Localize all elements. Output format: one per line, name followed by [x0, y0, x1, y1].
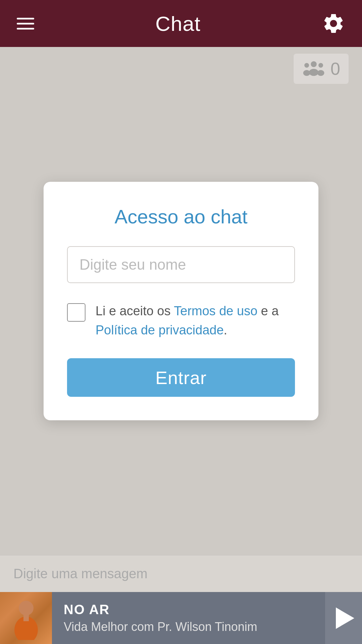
terms-prefix: Li e aceito os [96, 304, 174, 318]
settings-icon[interactable] [322, 12, 345, 35]
name-input[interactable] [67, 246, 295, 283]
terms-checkbox[interactable] [67, 303, 85, 322]
bottom-player-bar: NO AR Vida Melhor com Pr. Wilson Tinonim [0, 592, 362, 644]
modal-title: Acesso ao chat [67, 205, 295, 228]
terms-middle: e a [257, 304, 279, 318]
svg-rect-8 [23, 614, 29, 621]
on-air-label: NO AR [64, 602, 313, 617]
player-thumbnail-image [0, 592, 52, 644]
terms-of-use-link[interactable]: Termos de uso [174, 304, 257, 318]
main-content: 0 Acesso ao chat Li e aceito os Termos d… [0, 47, 362, 555]
message-input-placeholder: Digite uma mensagem [13, 566, 147, 581]
presenter-image [9, 596, 43, 640]
message-input-area: Digite uma mensagem [0, 555, 362, 592]
terms-suffix: . [224, 323, 227, 337]
access-modal: Acesso ao chat Li e aceito os Termos de … [44, 182, 318, 420]
show-name: Vida Melhor com Pr. Wilson Tinonim [64, 620, 313, 634]
modal-overlay: Acesso ao chat Li e aceito os Termos de … [0, 47, 362, 555]
player-thumbnail [0, 592, 52, 644]
terms-row: Li e aceito os Termos de uso e a Polític… [67, 302, 295, 340]
enter-button[interactable]: Entrar [67, 358, 295, 397]
app-header: Chat [0, 0, 362, 47]
play-button[interactable] [325, 592, 362, 644]
play-icon [336, 607, 354, 629]
terms-text: Li e aceito os Termos de uso e a Polític… [96, 302, 295, 340]
svg-point-6 [19, 601, 34, 615]
player-info: NO AR Vida Melhor com Pr. Wilson Tinonim [52, 602, 325, 634]
privacy-policy-link[interactable]: Política de privacidade [96, 323, 224, 337]
page-title: Chat [156, 12, 201, 36]
menu-button[interactable] [17, 18, 34, 30]
